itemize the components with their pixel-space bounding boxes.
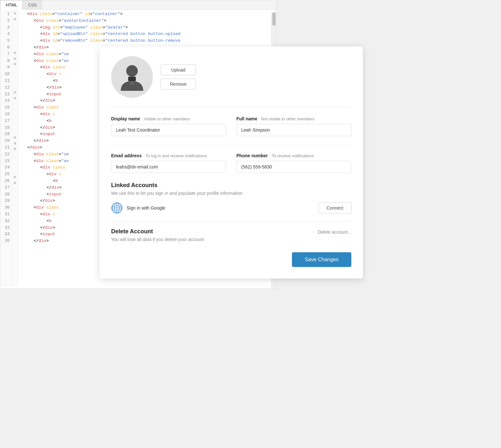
linked-accounts-section: Linked Accounts We use this to let you s…	[111, 182, 351, 214]
email-input[interactable]	[111, 161, 226, 173]
profile-panel: Upload Remove Display name Visible to ot…	[100, 47, 363, 279]
google-label: Sign in with Google	[127, 205, 165, 211]
line-numbers: 12345 678910 1112131415 1617181920 21222…	[0, 10, 12, 286]
display-name-label: Display name	[111, 116, 140, 121]
phone-hint: To receive notifications	[272, 153, 314, 158]
full-name-group: Full name Not visible to other members	[236, 116, 351, 136]
google-account-row: Sign in with Google Connect	[111, 202, 351, 214]
code-line: <div id="removeBtn" class="centered butt…	[21, 38, 273, 44]
google-account-info: Sign in with Google	[111, 202, 165, 214]
linked-accounts-desc: We use this to let you sign in and popul…	[111, 191, 351, 196]
contact-fields-row: Email address To log in and receive noti…	[111, 153, 351, 173]
phone-input[interactable]	[236, 161, 351, 173]
code-line: <div id="uploadBtn" class="centered butt…	[21, 31, 273, 38]
scrollbar-thumb[interactable]	[272, 13, 276, 25]
display-name-hint: Visible to other members	[144, 116, 190, 121]
phone-group: Phone number To receive notifications	[236, 153, 351, 173]
collapse-icons: ⊟⊟ ⊟⊟⊟ ⊟⊟ ⊟⊟ ⊟ ⊟⊟	[12, 10, 18, 286]
avatar-buttons: Upload Remove	[161, 65, 196, 90]
save-changes-button[interactable]: Save Changes	[292, 252, 351, 267]
remove-button[interactable]: Remove	[161, 79, 196, 90]
code-line: <div class="avatarContainer">	[21, 18, 273, 24]
full-name-header: Full name Not visible to other members	[236, 116, 351, 121]
display-name-header: Display name Visible to other members	[111, 116, 226, 121]
linked-accounts-title: Linked Accounts	[111, 182, 351, 189]
svg-point-0	[126, 65, 138, 77]
avatar	[111, 56, 153, 98]
avatar-section: Upload Remove	[111, 56, 351, 107]
phone-label: Phone number	[236, 153, 268, 158]
google-globe-icon	[111, 202, 123, 214]
code-line: <div class="container" id="container">	[21, 11, 273, 18]
svg-rect-1	[128, 77, 136, 81]
svg-rect-3	[130, 84, 131, 88]
delete-account-button[interactable]: Delete account...	[318, 228, 351, 236]
display-name-input[interactable]	[111, 124, 226, 136]
avatar-icon	[119, 63, 145, 91]
divider-1	[111, 145, 351, 145]
full-name-hint: Not visible to other members	[261, 116, 314, 121]
connect-button[interactable]: Connect	[319, 202, 351, 213]
email-label: Email address	[111, 153, 142, 158]
delete-info: Delete Account You will lose all data if…	[111, 228, 204, 242]
display-name-group: Display name Visible to other members	[111, 116, 226, 136]
upload-button[interactable]: Upload	[161, 65, 196, 75]
name-fields-row: Display name Visible to other members Fu…	[111, 116, 351, 136]
email-hint: To log in and receive notifications	[145, 153, 207, 158]
editor-tabs: HTML CSS	[0, 0, 276, 10]
email-group: Email address To log in and receive noti…	[111, 153, 226, 173]
phone-header: Phone number To receive notifications	[236, 153, 351, 158]
full-name-input[interactable]	[236, 124, 351, 136]
delete-desc: You will lose all data if you delete you…	[111, 237, 204, 242]
save-section: Save Changes	[111, 252, 351, 267]
tab-html[interactable]: HTML	[0, 0, 22, 10]
delete-account-section: Delete Account You will lose all data if…	[111, 221, 351, 242]
code-line: <img src="employee" class="avatar">	[21, 24, 273, 31]
email-header: Email address To log in and receive noti…	[111, 153, 226, 158]
full-name-label: Full name	[236, 116, 257, 121]
tab-css[interactable]: CSS	[22, 0, 42, 9]
svg-rect-4	[133, 84, 134, 88]
delete-title: Delete Account	[111, 228, 204, 235]
